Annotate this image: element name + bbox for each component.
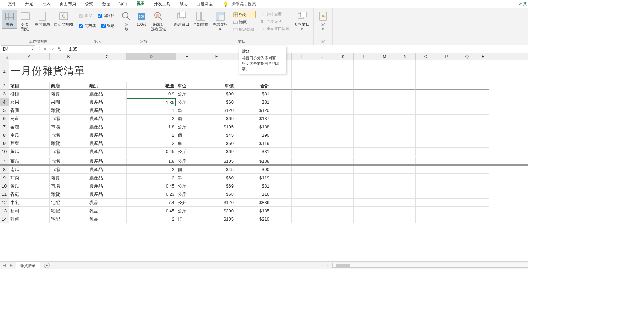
cell[interactable] [374, 190, 395, 199]
cell[interactable]: 市場 [50, 166, 88, 174]
cell[interactable] [292, 82, 312, 90]
row-header-2[interactable]: 2 [0, 82, 9, 90]
cell[interactable]: $81 [235, 90, 271, 98]
cell[interactable] [312, 98, 333, 106]
column-header-R[interactable]: R [477, 53, 489, 60]
cell[interactable] [333, 190, 354, 199]
cell[interactable] [436, 115, 457, 123]
cell[interactable] [271, 139, 292, 148]
view-pagelayout-button[interactable]: 页面布局 [33, 10, 52, 28]
cell[interactable] [457, 207, 477, 215]
cell[interactable]: 單價 [198, 82, 235, 90]
column-header-Q[interactable]: Q [457, 53, 477, 60]
cell[interactable] [292, 60, 312, 82]
cell[interactable]: $60 [198, 174, 235, 182]
cell[interactable] [354, 174, 374, 182]
cell[interactable]: $105 [198, 215, 235, 223]
cell[interactable] [395, 123, 416, 131]
cell[interactable]: 農產品 [88, 174, 127, 182]
cell[interactable]: 農產品 [88, 190, 127, 199]
zoom-selection-button[interactable]: 缩放到 选定区域 [149, 10, 168, 32]
row-header-12[interactable]: 12 [0, 199, 9, 207]
column-header-E[interactable]: E [176, 53, 198, 60]
cell[interactable]: $45 [198, 166, 235, 174]
cell[interactable] [292, 182, 312, 190]
cell[interactable]: $68 [198, 190, 235, 199]
cell[interactable] [416, 123, 436, 131]
cell[interactable] [477, 190, 489, 199]
cell[interactable] [457, 190, 477, 199]
cell[interactable] [271, 207, 292, 215]
cell[interactable]: $119 [235, 139, 271, 148]
cell[interactable] [354, 148, 374, 156]
cell[interactable] [457, 90, 477, 98]
fx-label[interactable]: fx [56, 47, 62, 52]
cell[interactable] [436, 207, 457, 215]
cell[interactable]: $60 [198, 139, 235, 148]
cell[interactable] [416, 199, 436, 207]
cell[interactable]: 公斤 [176, 182, 198, 190]
menu-help[interactable]: 帮助 [175, 0, 192, 8]
cell[interactable]: 0.45 [127, 182, 176, 190]
cell[interactable]: 2 [127, 174, 176, 182]
zoom-button[interactable]: 缩 放 [119, 10, 133, 32]
row-header-1[interactable]: 1 [0, 60, 9, 82]
cell[interactable] [354, 115, 374, 123]
cell[interactable]: $188 [235, 123, 271, 131]
cell[interactable] [395, 182, 416, 190]
cell[interactable]: 農產品 [88, 106, 127, 115]
cell[interactable] [436, 215, 457, 223]
horizontal-scrollbar[interactable] [332, 263, 528, 268]
column-header-I[interactable]: I [292, 53, 312, 60]
cell[interactable]: 雜貨 [50, 139, 88, 148]
cell[interactable] [312, 174, 333, 182]
cell[interactable]: 2 [127, 115, 176, 123]
cell[interactable] [457, 182, 477, 190]
cell[interactable]: 農產品 [88, 182, 127, 190]
cell[interactable]: $90 [198, 90, 235, 98]
cell[interactable] [292, 98, 312, 106]
cell[interactable] [395, 199, 416, 207]
column-header-P[interactable]: P [436, 53, 457, 60]
cell[interactable]: 雜貨 [50, 174, 88, 182]
row-header-13[interactable]: 13 [0, 207, 9, 215]
cell[interactable] [333, 98, 354, 106]
cell[interactable]: 宅配 [50, 199, 88, 207]
cell[interactable] [374, 115, 395, 123]
cell[interactable] [477, 182, 489, 190]
cell[interactable] [374, 207, 395, 215]
cell[interactable] [271, 166, 292, 174]
cell[interactable]: 市場 [50, 148, 88, 156]
cell[interactable] [292, 190, 312, 199]
cell[interactable]: 1.8 [127, 123, 176, 131]
cell[interactable] [416, 115, 436, 123]
column-header-O[interactable]: O [416, 53, 436, 60]
cell[interactable] [292, 123, 312, 131]
cell[interactable]: 公升 [176, 199, 198, 207]
cell[interactable] [271, 199, 292, 207]
cell[interactable] [354, 182, 374, 190]
freeze-panes-button[interactable]: 冻结窗格▾ [211, 10, 229, 32]
cell[interactable]: 2 [127, 166, 176, 174]
cell[interactable]: 1 [127, 106, 176, 115]
cell[interactable]: 黃瓜 [9, 148, 50, 156]
cell[interactable] [354, 98, 374, 106]
cell[interactable] [333, 60, 354, 82]
cell[interactable] [271, 90, 292, 98]
cell[interactable]: 0.45 [127, 207, 176, 215]
cell[interactable] [416, 166, 436, 174]
cell[interactable] [395, 190, 416, 199]
row-header-9[interactable]: 9 [0, 139, 9, 148]
cell[interactable] [477, 166, 489, 174]
cell[interactable] [395, 174, 416, 182]
cell[interactable] [312, 60, 333, 82]
cell[interactable]: 市場 [50, 115, 88, 123]
new-window-button[interactable]: 新建窗口 [172, 10, 191, 28]
cell[interactable] [354, 215, 374, 223]
cell[interactable] [312, 90, 333, 98]
cell[interactable] [436, 106, 457, 115]
cell[interactable] [271, 106, 292, 115]
cell[interactable] [271, 182, 292, 190]
cell[interactable] [292, 90, 312, 98]
cell[interactable] [271, 215, 292, 223]
